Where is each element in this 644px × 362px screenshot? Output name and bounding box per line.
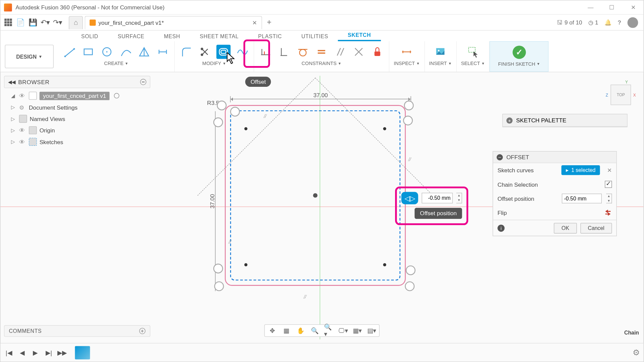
- group-inspect-label: INSPECT: [394, 61, 415, 66]
- user-avatar[interactable]: [628, 17, 638, 28]
- svg-point-1: [73, 48, 75, 50]
- tab-surface[interactable]: SURFACE: [108, 32, 154, 41]
- timeline-sketch-feature[interactable]: [75, 346, 90, 359]
- tab-mesh[interactable]: MESH: [154, 32, 190, 41]
- timeline-settings-icon[interactable]: ⚙: [633, 348, 640, 357]
- maximize-button[interactable]: ☐: [605, 4, 619, 11]
- parallel-constraint-icon[interactable]: [333, 45, 347, 59]
- tab-sketch[interactable]: SKETCH: [338, 30, 381, 41]
- timeline-end-button[interactable]: ▶▶: [57, 348, 67, 357]
- polygon-tool-icon[interactable]: [137, 45, 151, 59]
- tab-solid[interactable]: SOLID: [71, 32, 108, 41]
- equal-constraint-icon[interactable]: [314, 45, 328, 59]
- timeline-play-button[interactable]: ▶: [31, 348, 40, 357]
- circle-tool-icon[interactable]: [100, 45, 114, 59]
- svg-point-12: [438, 50, 440, 52]
- add-comment-button[interactable]: +: [139, 328, 146, 334]
- offset-tool-icon[interactable]: [216, 45, 230, 59]
- offset-position-spinner[interactable]: ▲▼: [606, 194, 612, 203]
- measure-tool-icon[interactable]: [400, 45, 414, 59]
- offset-spinner[interactable]: ▲▼: [456, 193, 462, 203]
- view-cube[interactable]: TOP Y X Z: [610, 85, 631, 105]
- ribbon-tabs: SOLID SURFACE MESH SHEET METAL PLASTIC U…: [0, 31, 643, 41]
- redo-button[interactable]: ↷▾: [53, 17, 62, 27]
- ok-button[interactable]: OK: [554, 223, 577, 233]
- selection-pill[interactable]: ▸ 1 selected: [561, 165, 600, 175]
- sketch-palette-header[interactable]: + SKETCH PALETTE: [503, 114, 627, 127]
- help-icon[interactable]: [618, 19, 622, 26]
- browser-item-document-settings[interactable]: ▷⚙ Document Settings: [4, 102, 150, 113]
- display-settings-icon[interactable]: 🖵▾: [338, 326, 348, 336]
- clear-selection-button[interactable]: ✕: [607, 167, 612, 174]
- timeline-start-button[interactable]: |◀: [4, 348, 14, 357]
- browser-root[interactable]: ◢👁 your_first_cnced_part v1: [4, 90, 150, 101]
- group-modify-label: MODIFY: [202, 61, 221, 66]
- rectangle-tool-icon[interactable]: [81, 45, 95, 59]
- notifications-icon[interactable]: [604, 19, 611, 26]
- horizontal-constraint-icon[interactable]: [259, 45, 273, 59]
- insert-image-icon[interactable]: [433, 45, 447, 59]
- vertical-constraint-icon[interactable]: [277, 45, 291, 59]
- offset-floating-input: ◁▷ ▲▼ Offset position: [395, 187, 468, 225]
- arc-tool-icon[interactable]: [118, 45, 132, 59]
- timeline-prev-button[interactable]: ◀: [17, 348, 27, 357]
- flip-label: Flip: [497, 209, 599, 216]
- new-file-button[interactable]: 📄: [15, 17, 25, 27]
- browser-item-named-views[interactable]: ▷ Named Views: [4, 113, 150, 124]
- expand-icon[interactable]: +: [506, 117, 513, 124]
- new-tab-button[interactable]: +: [264, 17, 275, 28]
- look-at-icon[interactable]: ▦: [281, 326, 291, 336]
- group-finish-sketch[interactable]: ✓ FINISH SKETCH▼: [490, 41, 548, 72]
- save-count[interactable]: 9 of 10: [557, 19, 582, 26]
- fix-constraint-icon[interactable]: [370, 45, 384, 59]
- timeline-next-button[interactable]: ▶|: [44, 348, 54, 357]
- info-icon[interactable]: i: [497, 225, 504, 232]
- offset-value-field[interactable]: [422, 193, 453, 203]
- browser-item-sketches[interactable]: ▷👁 Sketches: [4, 136, 150, 147]
- group-insert-label: INSERT: [429, 61, 447, 66]
- home-tab[interactable]: ⌂: [69, 16, 83, 29]
- job-count[interactable]: 1: [588, 19, 598, 26]
- chain-selection-checkbox[interactable]: [605, 181, 612, 188]
- zoom-icon[interactable]: 🔍: [310, 326, 320, 336]
- line-tool-icon[interactable]: [62, 45, 76, 59]
- trim-tool-icon[interactable]: [198, 45, 212, 59]
- spline-tool-icon[interactable]: [235, 45, 249, 59]
- close-button[interactable]: ✕: [627, 4, 640, 11]
- undo-button[interactable]: ↶▾: [40, 17, 50, 27]
- slot-tool-icon[interactable]: [156, 45, 170, 59]
- flip-button[interactable]: [604, 209, 612, 217]
- svg-rect-13: [468, 47, 475, 52]
- minimize-button[interactable]: —: [584, 4, 597, 11]
- tab-plastic[interactable]: PLASTIC: [248, 32, 291, 41]
- tangent-constraint-icon[interactable]: [296, 45, 310, 59]
- orbit-icon[interactable]: ✥: [267, 326, 277, 336]
- save-button[interactable]: 💾: [28, 17, 38, 27]
- offset-dialog-header[interactable]: – OFFSET: [493, 152, 616, 163]
- viewport-layout-icon[interactable]: ▤▾: [367, 326, 376, 336]
- browser-panel: ◀◀ BROWSER ◢👁 your_first_cnced_part v1 ▷…: [4, 76, 150, 147]
- offset-direction-icon[interactable]: ◁▷: [401, 192, 418, 204]
- fillet-tool-icon[interactable]: [179, 45, 193, 59]
- app-grid-icon[interactable]: [3, 17, 13, 27]
- comments-panel[interactable]: COMMENTS +: [4, 325, 150, 337]
- title-bar: Autodesk Fusion 360 (Personal - Not for …: [0, 0, 643, 14]
- browser-header[interactable]: ◀◀ BROWSER: [4, 76, 150, 88]
- tab-utilities[interactable]: UTILITIES: [291, 32, 338, 41]
- tab-sheet-metal[interactable]: SHEET METAL: [190, 32, 248, 41]
- pan-icon[interactable]: ✋: [296, 326, 306, 336]
- select-tool-icon[interactable]: [466, 45, 480, 59]
- close-tab-button[interactable]: ✕: [252, 19, 257, 26]
- collapse-icon[interactable]: –: [497, 154, 503, 160]
- document-tab[interactable]: your_first_cnced_part v1* ✕: [85, 16, 262, 29]
- browser-item-origin[interactable]: ▷👁 Origin: [4, 124, 150, 136]
- coincident-constraint-icon[interactable]: [352, 45, 366, 59]
- collapse-icon[interactable]: [140, 79, 147, 85]
- workspace-switcher[interactable]: DESIGN▼: [5, 45, 54, 68]
- offset-position-field[interactable]: [562, 194, 602, 203]
- zoom-window-icon[interactable]: 🔍▾: [324, 326, 334, 336]
- grid-settings-icon[interactable]: ▦▾: [353, 326, 362, 336]
- quick-access-toolbar: 📄 💾 ↶▾ ↷▾ ⌂ your_first_cnced_part v1* ✕ …: [0, 15, 643, 31]
- center-point: [313, 193, 317, 197]
- cancel-button[interactable]: Cancel: [580, 223, 612, 233]
